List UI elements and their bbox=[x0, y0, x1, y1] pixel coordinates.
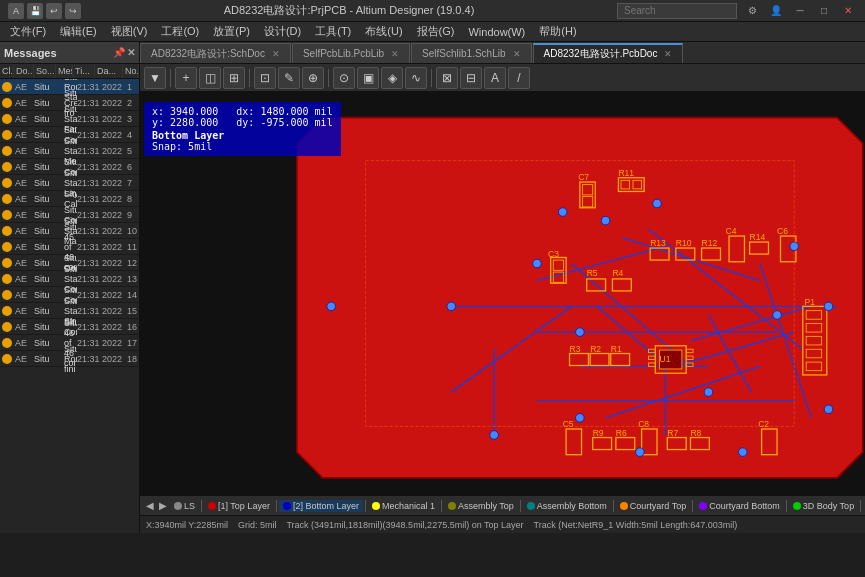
toolbar-button[interactable]: ✎ bbox=[278, 67, 300, 89]
menu-item-o[interactable]: 工程(O) bbox=[155, 23, 205, 40]
msg-time: 21:31 bbox=[77, 338, 102, 348]
tab-close-button[interactable]: ✕ bbox=[391, 49, 399, 59]
msg-class: AE bbox=[14, 178, 34, 188]
menu-item-h[interactable]: 帮助(H) bbox=[533, 23, 582, 40]
svg-text:R9: R9 bbox=[593, 428, 604, 438]
layer-color-dot bbox=[372, 502, 380, 510]
svg-point-83 bbox=[447, 302, 456, 311]
pcb-canvas[interactable]: C7 R11 C3 R5 R4 R13 bbox=[140, 92, 865, 495]
menu-item-v[interactable]: 视图(V) bbox=[105, 23, 154, 40]
editor-tab[interactable]: AD8232电路设计.PcbDoc✕ bbox=[533, 43, 684, 63]
layer-item[interactable]: Assembly Bottom bbox=[523, 500, 611, 512]
layer-color-dot bbox=[448, 502, 456, 510]
layer-color-dot bbox=[527, 502, 535, 510]
msg-number: 13 bbox=[127, 274, 139, 284]
msg-time: 21:31 bbox=[77, 82, 102, 92]
layer-label: Courtyard Bottom bbox=[709, 501, 780, 511]
msg-date: 2022 bbox=[102, 210, 127, 220]
toolbar-button[interactable]: ⊠ bbox=[436, 67, 458, 89]
svg-text:P1: P1 bbox=[804, 297, 815, 307]
layer-item[interactable]: Assembly Top bbox=[444, 500, 518, 512]
settings-icon[interactable]: ⚙ bbox=[743, 3, 761, 19]
user-icon[interactable]: 👤 bbox=[767, 3, 785, 19]
menu-item-u[interactable]: 布线(U) bbox=[359, 23, 408, 40]
svg-point-92 bbox=[558, 208, 567, 217]
msg-number: 11 bbox=[127, 242, 139, 252]
msg-time: 21:31 bbox=[77, 322, 102, 332]
minimize-button[interactable]: ─ bbox=[791, 3, 809, 19]
toolbar-button[interactable]: ◈ bbox=[381, 67, 403, 89]
toolbar-button[interactable]: ⊕ bbox=[302, 67, 324, 89]
msg-number: 18 bbox=[127, 354, 139, 364]
tab-close-button[interactable]: ✕ bbox=[272, 49, 280, 59]
layer-item[interactable]: [2] Bottom Layer bbox=[279, 500, 363, 512]
msg-time: 21:31 bbox=[77, 306, 102, 316]
toolbar-button[interactable]: / bbox=[508, 67, 530, 89]
titlebar-icons: A 💾 ↩ ↪ bbox=[8, 3, 81, 19]
toolbar-button[interactable]: ⊙ bbox=[333, 67, 355, 89]
layer-nav-prev[interactable]: ◀ bbox=[144, 500, 156, 511]
toolbar-button[interactable]: ⊟ bbox=[460, 67, 482, 89]
pin-icon[interactable]: 📌 bbox=[113, 47, 125, 58]
svg-text:R14: R14 bbox=[750, 232, 766, 242]
tab-close-button[interactable]: ✕ bbox=[664, 49, 672, 59]
svg-text:R4: R4 bbox=[612, 268, 623, 278]
toolbar-button[interactable]: ◫ bbox=[199, 67, 221, 89]
svg-text:C2: C2 bbox=[758, 419, 769, 429]
main-layout: Messages 📌 ✕ Cl... Do... So... Message T… bbox=[0, 42, 865, 533]
search-input[interactable] bbox=[617, 3, 737, 19]
menu-item-d[interactable]: 设计(D) bbox=[258, 23, 307, 40]
msg-source: Situ bbox=[34, 354, 64, 364]
layer-color-dot bbox=[208, 502, 216, 510]
toolbar-separator bbox=[431, 69, 432, 87]
redo-icon[interactable]: ↪ bbox=[65, 3, 81, 19]
msg-source: Situ bbox=[34, 178, 64, 188]
maximize-button[interactable]: □ bbox=[815, 3, 833, 19]
tab-label: SelfSchlib1.SchLib bbox=[422, 48, 505, 59]
layer-item[interactable]: 3D Body Top bbox=[789, 500, 858, 512]
toolbar-button[interactable]: ∿ bbox=[405, 67, 427, 89]
layer-item[interactable]: [1] Top Layer bbox=[204, 500, 274, 512]
menu-item-t[interactable]: 工具(T) bbox=[309, 23, 357, 40]
menu-item-p[interactable]: 放置(P) bbox=[207, 23, 256, 40]
svg-point-88 bbox=[576, 414, 585, 423]
messages-list: AE Situ Situs Routing Sta 21:31 2022 1 A… bbox=[0, 79, 139, 533]
layer-item[interactable]: Courtyard Top bbox=[616, 500, 690, 512]
menu-item-e[interactable]: 编辑(E) bbox=[54, 23, 103, 40]
toolbar-button[interactable]: + bbox=[175, 67, 197, 89]
tab-close-button[interactable]: ✕ bbox=[513, 49, 521, 59]
svg-text:U1: U1 bbox=[660, 354, 671, 364]
toolbar-button[interactable]: ⊞ bbox=[223, 67, 245, 89]
undo-icon[interactable]: ↩ bbox=[46, 3, 62, 19]
messages-header: Messages 📌 ✕ bbox=[0, 42, 139, 64]
msg-time: 21:31 bbox=[77, 114, 102, 124]
save-icon[interactable]: 💾 bbox=[27, 3, 43, 19]
svg-point-91 bbox=[738, 448, 747, 457]
layer-item[interactable]: LS bbox=[170, 500, 199, 512]
menu-item-f[interactable]: 文件(F) bbox=[4, 23, 52, 40]
msg-class: AE bbox=[14, 114, 34, 124]
toolbar-button[interactable]: ⊡ bbox=[254, 67, 276, 89]
messages-close-icon[interactable]: ✕ bbox=[127, 47, 135, 58]
layer-item[interactable]: Mechanical 1 bbox=[368, 500, 439, 512]
col-ti: Ti... bbox=[73, 64, 95, 78]
layer-nav-next[interactable]: ▶ bbox=[157, 500, 169, 511]
layer-color-dot bbox=[793, 502, 801, 510]
toolbar-button[interactable]: A bbox=[484, 67, 506, 89]
toolbar-button[interactable]: ▼ bbox=[144, 67, 166, 89]
layer-separator bbox=[365, 500, 366, 512]
msg-time: 21:31 bbox=[77, 98, 102, 108]
message-row[interactable]: AE Situ Situs Routing fini 21:31 2022 18 bbox=[0, 351, 139, 367]
msg-number: 3 bbox=[127, 114, 139, 124]
layer-item[interactable]: Courtyard Bottom bbox=[695, 500, 784, 512]
toolbar-separator bbox=[249, 69, 250, 87]
msg-date: 2022 bbox=[102, 226, 127, 236]
message-icon bbox=[0, 352, 14, 366]
editor-tab[interactable]: SelfSchlib1.SchLib✕ bbox=[411, 43, 531, 63]
editor-tab[interactable]: SelfPcbLib.PcbLib✕ bbox=[292, 43, 410, 63]
editor-tab[interactable]: AD8232电路设计:SchDoc✕ bbox=[140, 43, 291, 63]
menu-item-windoww[interactable]: Window(W) bbox=[462, 25, 531, 39]
menu-item-g[interactable]: 报告(G) bbox=[411, 23, 461, 40]
toolbar-button[interactable]: ▣ bbox=[357, 67, 379, 89]
close-button[interactable]: ✕ bbox=[839, 3, 857, 19]
